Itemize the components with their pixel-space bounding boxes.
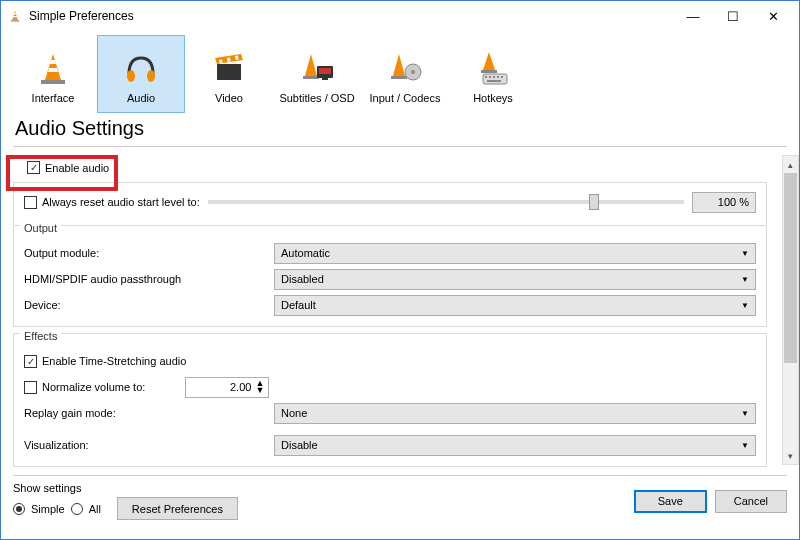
clapperboard-icon	[205, 44, 253, 92]
tab-hotkeys[interactable]: Hotkeys	[449, 35, 537, 113]
scroll-up-arrow[interactable]: ▴	[783, 156, 798, 173]
chevron-down-icon: ▼	[741, 301, 749, 310]
svg-rect-31	[501, 76, 503, 78]
svg-rect-16	[303, 76, 319, 79]
app-icon	[7, 8, 23, 24]
svg-rect-26	[483, 74, 507, 84]
settings-content: ✓ Enable audio Always reset audio start …	[1, 151, 799, 471]
svg-rect-18	[319, 68, 331, 74]
show-settings-group: Show settings Simple All Reset Preferenc…	[13, 482, 238, 520]
reset-level-checkbox[interactable]	[24, 196, 37, 209]
tab-label: Hotkeys	[473, 92, 513, 104]
output-module-dropdown[interactable]: Automatic ▼	[274, 243, 756, 264]
footer: Show settings Simple All Reset Preferenc…	[13, 475, 787, 520]
replay-gain-dropdown[interactable]: None ▼	[274, 403, 756, 424]
headphones-icon	[117, 44, 165, 92]
svg-rect-5	[41, 80, 65, 84]
visualization-label: Visualization:	[24, 439, 274, 451]
close-button[interactable]: ✕	[753, 2, 793, 30]
svg-marker-0	[12, 10, 18, 20]
volume-slider[interactable]	[208, 200, 684, 204]
tab-label: Input / Codecs	[370, 92, 441, 104]
svg-marker-4	[45, 54, 61, 80]
all-radio[interactable]	[71, 503, 83, 515]
scrollbar-thumb[interactable]	[784, 173, 797, 363]
save-button[interactable]: Save	[634, 490, 707, 513]
svg-marker-15	[305, 54, 317, 76]
passthrough-dropdown[interactable]: Disabled ▼	[274, 269, 756, 290]
normalize-value-input[interactable]: 2.00 ▲▼	[185, 377, 269, 398]
normalize-row: Normalize volume to:	[24, 381, 145, 394]
page-title: Audio Settings	[1, 113, 799, 142]
show-settings-title: Show settings	[13, 482, 238, 494]
cone-monitor-icon	[293, 44, 341, 92]
svg-rect-10	[217, 64, 241, 80]
reset-level-label: Always reset audio start level to:	[42, 196, 200, 208]
chevron-down-icon: ▼	[741, 409, 749, 418]
tab-label: Subtitles / OSD	[279, 92, 354, 104]
simple-radio-label: Simple	[31, 503, 65, 515]
tab-audio[interactable]: Audio	[97, 35, 185, 113]
all-radio-label: All	[89, 503, 101, 515]
effects-group-title: Effects	[20, 330, 61, 342]
chevron-down-icon: ▼	[741, 441, 749, 450]
svg-marker-7	[48, 68, 58, 72]
cancel-button[interactable]: Cancel	[715, 490, 787, 513]
tab-subtitles[interactable]: Subtitles / OSD	[273, 35, 361, 113]
svg-marker-24	[483, 52, 495, 70]
normalize-label: Normalize volume to:	[42, 381, 145, 393]
spinner-icon[interactable]: ▲▼	[255, 380, 264, 394]
reset-preferences-button[interactable]: Reset Preferences	[117, 497, 238, 520]
device-label: Device:	[24, 299, 274, 311]
output-module-label: Output module:	[24, 247, 274, 259]
svg-rect-3	[13, 16, 17, 17]
svg-point-9	[147, 70, 155, 82]
divider	[13, 146, 787, 147]
svg-point-23	[411, 70, 415, 74]
cone-icon	[29, 44, 77, 92]
tab-label: Audio	[127, 92, 155, 104]
scroll-down-arrow[interactable]: ▾	[783, 447, 798, 464]
category-toolbar: Interface Audio Video Subtitles / OSD In…	[1, 31, 799, 113]
svg-rect-25	[481, 70, 497, 73]
effects-group: Effects ✓ Enable Time-Stretching audio N…	[13, 333, 767, 467]
svg-rect-1	[11, 20, 19, 21]
cone-disc-icon	[381, 44, 429, 92]
volume-percent-box[interactable]: 100 %	[692, 192, 756, 213]
maximize-button[interactable]: ☐	[713, 2, 753, 30]
timestretch-row: ✓ Enable Time-Stretching audio	[24, 355, 186, 368]
title-bar: Simple Preferences — ☐ ✕	[1, 1, 799, 31]
tab-interface[interactable]: Interface	[9, 35, 97, 113]
svg-marker-6	[50, 60, 56, 64]
simple-radio[interactable]	[13, 503, 25, 515]
svg-rect-19	[322, 78, 328, 80]
cone-keyboard-icon	[469, 44, 517, 92]
chevron-down-icon: ▼	[741, 275, 749, 284]
window-title: Simple Preferences	[29, 9, 673, 23]
svg-point-8	[127, 70, 135, 82]
svg-rect-29	[493, 76, 495, 78]
svg-rect-2	[14, 13, 17, 14]
output-group: Output Output module: Automatic ▼ HDMI/S…	[13, 225, 767, 327]
volume-group: Always reset audio start level to: 100 %	[13, 182, 767, 225]
minimize-button[interactable]: —	[673, 2, 713, 30]
vertical-scrollbar[interactable]: ▴ ▾	[782, 155, 799, 465]
normalize-checkbox[interactable]	[24, 381, 37, 394]
svg-rect-32	[487, 80, 501, 82]
output-group-title: Output	[20, 222, 61, 234]
svg-rect-30	[497, 76, 499, 78]
reset-level-row: Always reset audio start level to:	[24, 196, 200, 209]
tab-label: Video	[215, 92, 243, 104]
svg-rect-21	[391, 76, 407, 79]
slider-thumb[interactable]	[589, 194, 599, 210]
timestretch-checkbox[interactable]: ✓	[24, 355, 37, 368]
highlight-annotation	[6, 155, 118, 191]
tab-video[interactable]: Video	[185, 35, 273, 113]
enable-audio-row: ✓ Enable audio	[13, 151, 787, 182]
tab-input-codecs[interactable]: Input / Codecs	[361, 35, 449, 113]
visualization-dropdown[interactable]: Disable ▼	[274, 435, 756, 456]
chevron-down-icon: ▼	[741, 249, 749, 258]
tab-label: Interface	[32, 92, 75, 104]
svg-rect-27	[485, 76, 487, 78]
device-dropdown[interactable]: Default ▼	[274, 295, 756, 316]
